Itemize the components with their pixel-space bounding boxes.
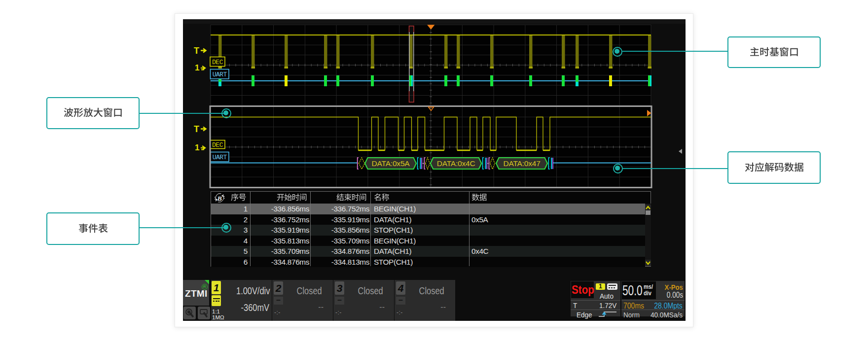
- svg-text:DATA:0x4C: DATA:0x4C: [437, 159, 475, 168]
- svg-text:T: T: [194, 124, 199, 134]
- svg-text:DATA:0x47: DATA:0x47: [503, 159, 540, 168]
- svg-text:UART: UART: [213, 71, 227, 78]
- svg-text:B: B: [217, 195, 222, 202]
- svg-text:DEC: DEC: [212, 59, 223, 66]
- svg-text:DEC: DEC: [212, 141, 223, 149]
- svg-text:1: 1: [195, 143, 199, 152]
- svg-text:UART: UART: [213, 154, 227, 161]
- svg-text:T: T: [194, 46, 199, 56]
- svg-text:1: 1: [195, 63, 199, 72]
- svg-text:DATA:0x5A: DATA:0x5A: [372, 159, 410, 168]
